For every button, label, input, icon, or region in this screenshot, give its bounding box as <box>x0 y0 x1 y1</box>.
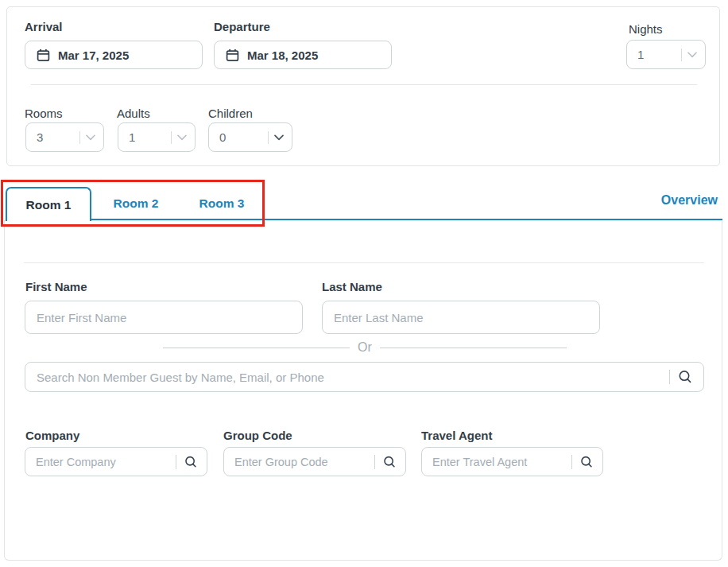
group-code-input[interactable] <box>224 448 371 476</box>
tab-room-3[interactable]: Room 3 <box>179 191 265 216</box>
rooms-select[interactable]: 3 <box>25 122 104 152</box>
rooms-value: 3 <box>37 130 79 144</box>
company-label: Company <box>25 429 79 442</box>
travel-agent-input[interactable] <box>422 448 568 476</box>
nights-value: 1 <box>637 48 681 61</box>
group-code-field-box <box>223 447 406 476</box>
adults-select[interactable]: 1 <box>118 122 196 152</box>
chevron-down-icon <box>687 52 697 58</box>
children-select[interactable]: 0 <box>208 122 292 152</box>
last-name-field-box <box>322 301 600 334</box>
reservation-form-page: Arrival Mar 17, 2025 Departure <box>0 0 728 567</box>
nights-select[interactable]: 1 <box>626 40 706 69</box>
nights-label: Nights <box>629 22 663 36</box>
travel-agent-field-box <box>421 447 603 476</box>
tab-overview[interactable]: Overview <box>661 193 718 208</box>
card-divider <box>31 84 697 85</box>
tab-room-1[interactable]: Room 1 <box>6 187 91 221</box>
departure-date-value: Mar 18, 2025 <box>247 49 318 62</box>
travel-agent-label: Travel Agent <box>421 429 492 442</box>
first-name-field-box <box>25 301 303 334</box>
first-name-input[interactable] <box>25 301 302 333</box>
rooms-label: Rooms <box>25 107 63 120</box>
last-name-input[interactable] <box>323 301 599 333</box>
guest-search-input[interactable] <box>25 363 666 391</box>
search-icon[interactable] <box>677 369 693 385</box>
first-name-label: First Name <box>25 280 87 293</box>
arrival-date-field[interactable]: Mar 17, 2025 <box>25 41 203 69</box>
search-icon[interactable] <box>184 455 198 469</box>
group-code-label: Group Code <box>223 429 292 442</box>
chevron-down-icon <box>86 134 95 141</box>
children-value: 0 <box>219 130 268 144</box>
children-label: Children <box>208 107 253 120</box>
search-icon[interactable] <box>382 455 397 469</box>
departure-date-field[interactable]: Mar 18, 2025 <box>214 41 392 69</box>
arrival-date-value: Mar 17, 2025 <box>58 49 129 62</box>
stay-details-card: Arrival Mar 17, 2025 Departure <box>6 6 720 166</box>
adults-label: Adults <box>117 107 150 120</box>
company-input[interactable] <box>25 448 172 476</box>
search-icon[interactable] <box>579 455 594 469</box>
calendar-icon <box>37 49 50 62</box>
calendar-icon <box>226 49 239 62</box>
panel-divider <box>24 262 704 263</box>
arrival-label: Arrival <box>25 20 63 33</box>
guest-search-box <box>25 362 704 392</box>
tab-room-2[interactable]: Room 2 <box>93 191 179 216</box>
or-text: Or <box>358 340 372 355</box>
chevron-down-icon <box>177 134 187 141</box>
company-field-box <box>25 447 207 476</box>
departure-label: Departure <box>214 20 270 33</box>
chevron-down-icon <box>274 134 284 141</box>
adults-value: 1 <box>129 130 171 144</box>
or-divider: Or <box>163 340 567 355</box>
last-name-label: Last Name <box>322 280 382 293</box>
